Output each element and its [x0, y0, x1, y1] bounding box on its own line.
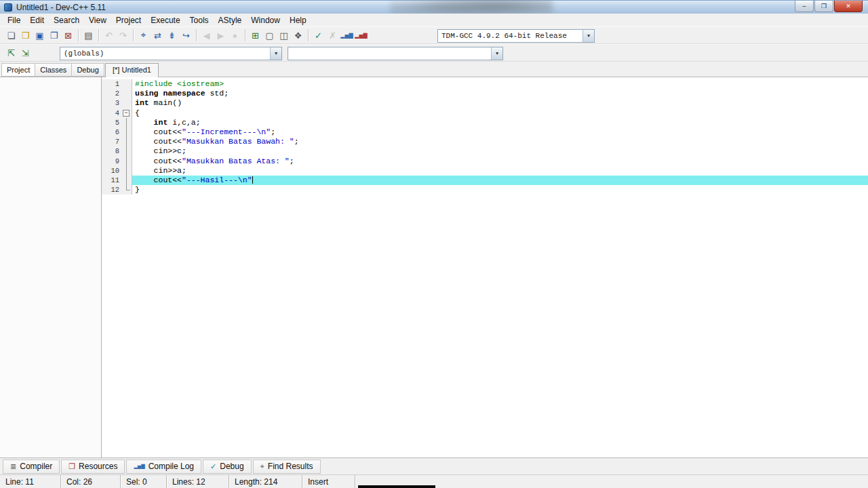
goto-line-icon[interactable]: ↪: [179, 28, 193, 42]
menu-project[interactable]: Project: [111, 15, 146, 26]
sidebar-tab-debug[interactable]: Debug: [71, 63, 104, 77]
bottom-tab-compile-log[interactable]: ▂▅▇Compile Log: [126, 460, 201, 474]
find-results-icon: ⌖: [260, 462, 264, 471]
editor-tab-untitled1[interactable]: [*] Untitled1: [105, 63, 159, 77]
code-text: cout<<"Masukkan Batas Atas: ";: [132, 157, 868, 166]
menu-file[interactable]: File: [3, 15, 25, 26]
code-line[interactable]: 6 cout<<"---Increment---\n";: [102, 127, 868, 137]
code-line[interactable]: 7 cout<<"Masukkan Batas Bawah: ";: [102, 137, 868, 146]
save-all-icon[interactable]: ❐: [47, 28, 61, 42]
new-source-icon[interactable]: ❏: [4, 28, 18, 42]
menu-view[interactable]: View: [84, 15, 111, 26]
title-bar[interactable]: Untitled1 - Dev-C++ 5.11 – ❐ ✕: [0, 0, 868, 14]
project-options-icon[interactable]: ▢: [262, 28, 277, 42]
menu-help[interactable]: Help: [285, 15, 311, 26]
status-segment: Col: 26: [61, 475, 121, 488]
fold-marker-icon[interactable]: −: [122, 108, 132, 118]
menu-search[interactable]: Search: [49, 15, 84, 26]
line-number: 10: [102, 166, 122, 176]
toolbar-separator: [196, 29, 197, 41]
abort-compilation-icon: ✗: [326, 28, 340, 42]
replace-icon[interactable]: ⇄: [151, 28, 165, 42]
text-caret: [252, 176, 253, 184]
fold-margin: [122, 118, 132, 127]
project-panel[interactable]: [0, 77, 102, 458]
close-button[interactable]: ✕: [834, 1, 863, 12]
profile-icon[interactable]: ▂▅▇: [340, 28, 354, 42]
compiler-icon: ≣: [10, 462, 16, 471]
bottom-tab-label: Compiler: [20, 462, 52, 471]
find-icon[interactable]: ⌖: [136, 28, 151, 42]
code-line[interactable]: 2using namespace std;: [102, 89, 868, 98]
compiler-select[interactable]: TDM-GCC 4.9.2 64-bit Release ▼: [437, 29, 595, 43]
code-line[interactable]: 12}: [102, 185, 868, 195]
line-number: 5: [102, 118, 122, 127]
minimize-button[interactable]: –: [795, 1, 814, 12]
fold-margin: [122, 98, 132, 108]
app-icon: [4, 3, 12, 12]
toolbar-separator: [133, 29, 134, 41]
code-line[interactable]: 3int main(): [102, 98, 868, 108]
sidebar-tab-project[interactable]: Project: [1, 63, 35, 77]
compile-icon[interactable]: ✓: [311, 28, 326, 42]
find-next-icon[interactable]: ⇟: [165, 28, 179, 42]
bottom-tab-compiler[interactable]: ≣Compiler: [3, 460, 60, 474]
maximize-button[interactable]: ❐: [814, 1, 833, 12]
menu-edit[interactable]: Edit: [25, 15, 49, 26]
sidebar-tab-classes[interactable]: Classes: [35, 63, 72, 77]
line-number: 9: [102, 157, 122, 166]
code-text: using namespace std;: [132, 89, 868, 98]
side-panel-tabs: ProjectClassesDebug: [0, 63, 102, 77]
members-select[interactable]: ▼: [288, 47, 503, 60]
tabs-row: ProjectClassesDebug [*] Untitled1: [0, 62, 868, 77]
menu-astyle[interactable]: AStyle: [214, 15, 247, 26]
menu-window[interactable]: Window: [246, 15, 285, 26]
new-project-icon[interactable]: ⊞: [248, 28, 262, 42]
bottom-tab-find-results[interactable]: ⌖Find Results: [253, 460, 321, 474]
toolbar-separator: [78, 29, 79, 41]
code-text: cout<<"---Increment---\n";: [132, 127, 868, 137]
close-file-icon[interactable]: ⊠: [61, 28, 75, 42]
goto-declaration-icon[interactable]: ⇱: [4, 46, 18, 60]
code-line[interactable]: 5 int i,c,a;: [102, 118, 868, 127]
status-segment: Length: 214: [229, 475, 302, 488]
fold-margin: [122, 146, 132, 156]
code-line[interactable]: 1#include <iostream>: [102, 79, 868, 89]
package-manager-icon[interactable]: ❖: [291, 28, 305, 42]
bottom-panel-tabs: ≣Compiler❒Resources▂▅▇Compile Log✓Debug⌖…: [0, 458, 868, 474]
code-text: int i,c,a;: [132, 118, 868, 127]
code-line[interactable]: 4−{: [102, 108, 868, 118]
code-line[interactable]: 8 cin>>c;: [102, 146, 868, 156]
code-text: cout<<"Masukkan Batas Bawah: ";: [132, 137, 868, 146]
code-line[interactable]: 11 cout<<"---Hasil---\n": [102, 176, 868, 185]
code-line[interactable]: 9 cout<<"Masukkan Batas Atas: ";: [102, 157, 868, 166]
code-text: int main(): [132, 98, 868, 108]
print-icon[interactable]: ▤: [81, 28, 96, 42]
save-icon[interactable]: ▣: [33, 28, 47, 42]
code-text: cin>>a;: [132, 166, 868, 176]
code-line[interactable]: 10 cin>>a;: [102, 166, 868, 176]
bottom-tab-debug[interactable]: ✓Debug: [203, 460, 252, 474]
line-number: 2: [102, 89, 122, 98]
insert-snippet-icon[interactable]: ◫: [277, 28, 291, 42]
code-text: cin>>c;: [132, 146, 868, 156]
bottom-tab-resources[interactable]: ❒Resources: [61, 460, 125, 474]
classbrowser-toolbar: ⇱⇲ (globals) ▼ ▼: [0, 44, 868, 62]
code-editor[interactable]: 1#include <iostream>2using namespace std…: [102, 77, 868, 458]
redo-icon: ↷: [116, 28, 130, 42]
line-number: 3: [102, 98, 122, 108]
toolbar-separator: [245, 29, 245, 41]
code-lines: 1#include <iostream>2using namespace std…: [102, 79, 868, 195]
menu-tools[interactable]: Tools: [185, 15, 214, 26]
toolbar-separator: [98, 29, 99, 41]
menu-execute[interactable]: Execute: [146, 15, 184, 26]
chevron-down-icon: ▼: [270, 47, 281, 60]
open-file-icon[interactable]: ❒: [18, 28, 33, 42]
code-text: cout<<"---Hasil---\n": [132, 176, 868, 185]
status-segment: Insert: [302, 475, 355, 488]
fold-margin: [122, 157, 132, 166]
fold-margin: [122, 166, 132, 176]
goto-implementation-icon[interactable]: ⇲: [18, 46, 33, 60]
globals-select[interactable]: (globals) ▼: [60, 47, 282, 60]
delete-profiling-icon[interactable]: ▂▅▇: [354, 28, 368, 42]
